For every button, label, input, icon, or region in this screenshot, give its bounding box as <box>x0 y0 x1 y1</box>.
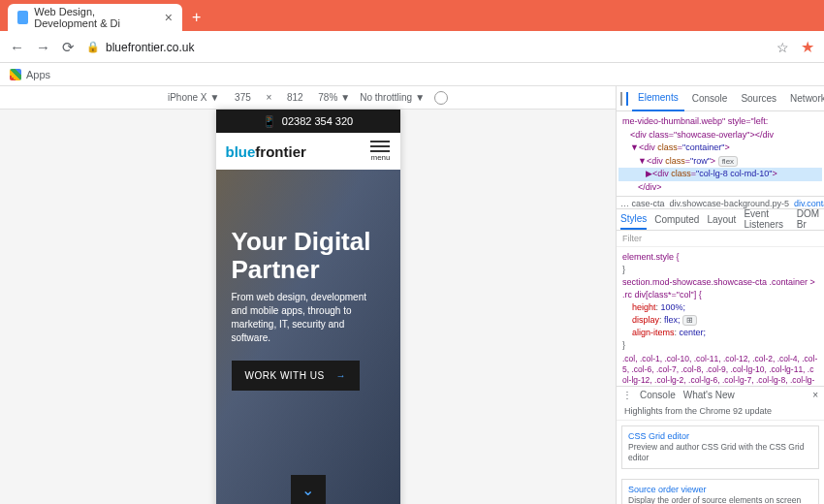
drawer-menu-icon[interactable]: ⋮ <box>622 390 632 400</box>
styles-pane[interactable]: element.style { } section.mod-showcase.s… <box>617 247 824 387</box>
hero-body: From web design, development and mobile … <box>232 291 385 345</box>
drawer-tab-whatsnew[interactable]: What's New <box>683 390 735 400</box>
breadcrumb[interactable]: … case-cta div.showcase-background.py-5 … <box>617 196 824 209</box>
drawer-tab-console[interactable]: Console <box>640 390 676 400</box>
extension-icon[interactable]: ★ <box>801 38 814 56</box>
device-select[interactable]: iPhone X ▼ <box>168 92 220 103</box>
tab-console[interactable]: Console <box>686 86 734 111</box>
hero-section: Your Digital Partner From web design, de… <box>216 170 400 504</box>
close-tab-icon[interactable]: × <box>165 10 173 25</box>
tab-dom-br[interactable]: DOM Br <box>797 208 820 230</box>
phone-icon: 📱 <box>263 115 276 128</box>
width-input[interactable] <box>229 92 256 103</box>
new-tab-button[interactable]: + <box>182 4 210 31</box>
forward-button[interactable]: → <box>36 39 50 55</box>
arrow-right-icon: → <box>336 370 347 381</box>
devtools-panel: Elements Console Sources Network me-vide… <box>616 86 824 504</box>
back-button[interactable]: ← <box>10 39 24 55</box>
device-toolbar: iPhone X ▼ × 78% ▼ No throttling ▼ <box>0 86 616 110</box>
apps-icon[interactable] <box>10 69 21 80</box>
url-text: bluefrontier.co.uk <box>106 41 194 54</box>
menu-button[interactable]: menu <box>370 141 390 162</box>
bookmark-star-icon[interactable]: ☆ <box>776 40 789 55</box>
favicon-icon <box>17 11 28 24</box>
browser-tab[interactable]: Web Design, Development & Di × <box>8 4 182 31</box>
rotate-icon[interactable] <box>434 91 448 105</box>
hero-title: Your Digital Partner <box>232 228 385 283</box>
lock-icon: 🔒 <box>86 41 100 53</box>
address-bar[interactable]: 🔒 bluefrontier.co.uk <box>86 41 765 54</box>
device-frame: 📱 02382 354 320 bluefrontier menu Your D… <box>216 110 400 504</box>
tab-computed[interactable]: Computed <box>654 214 699 225</box>
tab-sources[interactable]: Sources <box>735 86 782 111</box>
chevron-down-icon: ⌄ <box>301 481 314 499</box>
tab-title: Web Design, Development & Di <box>34 6 155 29</box>
height-input[interactable] <box>281 92 308 103</box>
whatsnew-card[interactable]: Source order viewer Display the order of… <box>621 479 819 504</box>
inspect-icon[interactable] <box>620 92 622 106</box>
site-logo[interactable]: bluefrontier <box>226 143 306 160</box>
zoom-select[interactable]: 78% ▼ <box>318 92 350 103</box>
scroll-down-button[interactable]: ⌄ <box>291 475 326 504</box>
throttling-select[interactable]: No throttling ▼ <box>360 92 425 103</box>
filter-input[interactable]: Filter <box>622 234 642 243</box>
tab-network[interactable]: Network <box>784 86 824 111</box>
close-drawer-icon[interactable]: × <box>812 390 818 400</box>
dom-tree[interactable]: me-video-thumbnail.webp" style="left: <d… <box>617 111 824 196</box>
work-with-us-button[interactable]: WORK WITH US → <box>232 361 361 391</box>
tab-layout[interactable]: Layout <box>707 214 736 225</box>
device-mode-icon[interactable] <box>626 92 628 106</box>
hamburger-icon <box>370 141 390 152</box>
apps-label[interactable]: Apps <box>26 69 50 80</box>
highlights-heading: Highlights from the Chrome 92 update <box>617 402 824 421</box>
tab-listeners[interactable]: Event Listeners <box>744 208 788 230</box>
reload-button[interactable]: ⟳ <box>62 39 75 56</box>
phone-number[interactable]: 02382 354 320 <box>282 115 353 127</box>
phone-top-bar: 📱 02382 354 320 <box>216 110 400 133</box>
tab-elements[interactable]: Elements <box>632 86 684 111</box>
whatsnew-card[interactable]: CSS Grid editor Preview and author CSS G… <box>621 425 819 469</box>
tab-strip: Web Design, Development & Di × + <box>0 0 824 31</box>
tab-styles[interactable]: Styles <box>620 208 647 230</box>
